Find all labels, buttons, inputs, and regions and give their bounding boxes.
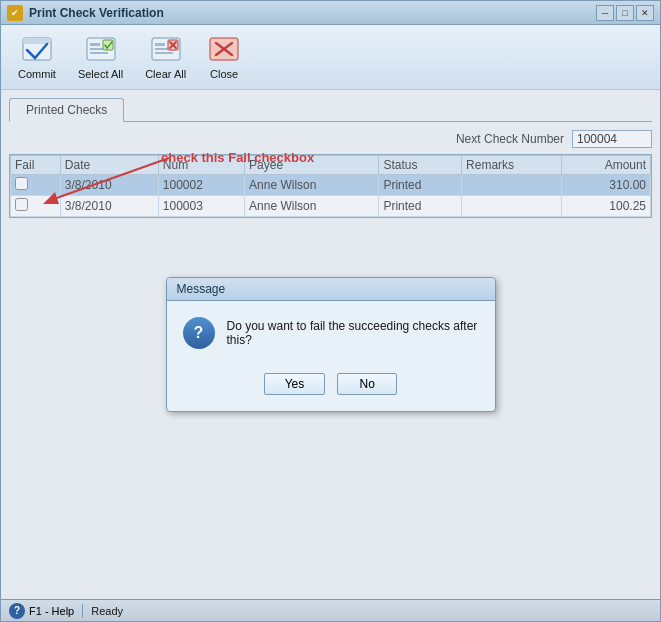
title-bar-buttons: ─ □ ✕ xyxy=(596,5,654,21)
commit-icon xyxy=(21,34,53,66)
message-dialog: Message ? Do you want to fail the succee… xyxy=(166,277,496,412)
main-content: Printed Checks check this Fail checkbox … xyxy=(1,90,660,599)
commit-button[interactable]: Commit xyxy=(9,29,65,85)
help-label: F1 - Help xyxy=(29,605,74,617)
svg-rect-5 xyxy=(90,43,100,46)
select-all-label: Select All xyxy=(78,68,123,80)
modal-no-button[interactable]: No xyxy=(337,373,397,395)
window-title: Print Check Verification xyxy=(29,6,596,20)
modal-message: Do you want to fail the succeeding check… xyxy=(227,319,479,347)
minimize-button[interactable]: ─ xyxy=(596,5,614,21)
status-text: Ready xyxy=(91,605,123,617)
close-label: Close xyxy=(210,68,238,80)
modal-question-icon: ? xyxy=(183,317,215,349)
status-separator xyxy=(82,604,83,618)
close-window-button[interactable]: ✕ xyxy=(636,5,654,21)
main-window: ✔ Print Check Verification ─ □ ✕ Commit xyxy=(0,0,661,622)
svg-rect-14 xyxy=(155,52,173,54)
close-button[interactable]: Close xyxy=(199,29,249,85)
close-icon xyxy=(208,34,240,66)
svg-rect-12 xyxy=(155,43,165,46)
modal-body: ? Do you want to fail the succeeding che… xyxy=(167,301,495,365)
select-all-button[interactable]: Select All xyxy=(69,29,132,85)
clear-all-label: Clear All xyxy=(145,68,186,80)
help-icon: ? xyxy=(9,603,25,619)
commit-label: Commit xyxy=(18,68,56,80)
modal-overlay: Message ? Do you want to fail the succee… xyxy=(1,90,660,599)
toolbar: Commit Select All xyxy=(1,25,660,90)
window-icon: ✔ xyxy=(7,5,23,21)
status-bar: ? F1 - Help Ready xyxy=(1,599,660,621)
clear-all-icon xyxy=(150,34,182,66)
modal-title: Message xyxy=(167,278,495,301)
maximize-button[interactable]: □ xyxy=(616,5,634,21)
svg-rect-7 xyxy=(90,52,108,54)
select-all-icon xyxy=(85,34,117,66)
help-section: ? F1 - Help xyxy=(9,603,74,619)
modal-buttons: Yes No xyxy=(167,365,495,411)
title-bar: ✔ Print Check Verification ─ □ ✕ xyxy=(1,1,660,25)
modal-yes-button[interactable]: Yes xyxy=(264,373,326,395)
clear-all-button[interactable]: Clear All xyxy=(136,29,195,85)
